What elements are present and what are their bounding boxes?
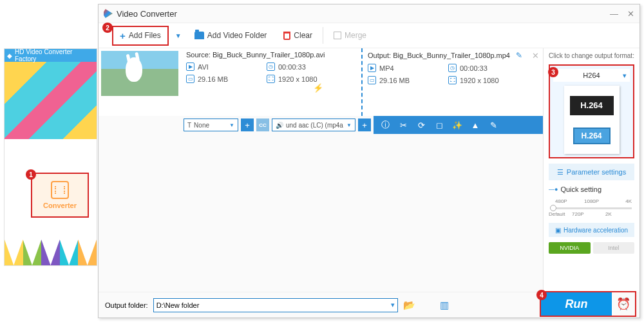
- hd-factory-title: HD Video Converter Factory: [15, 48, 94, 62]
- app-logo-icon: [104, 9, 113, 18]
- tick-720p: 720P: [572, 211, 584, 217]
- folder-icon: [194, 32, 204, 39]
- source-filename: Source: Big_Buck_Bunny_Trailer_1080p.avi: [186, 51, 356, 59]
- converter-tile[interactable]: Converter: [31, 173, 89, 218]
- crop-button[interactable]: ◻: [434, 120, 444, 130]
- video-converter-window: Video Converter — ✕ + Add Files ▼ Add Vi…: [98, 4, 640, 318]
- slider-track: [551, 207, 632, 209]
- source-format: AVI: [198, 63, 209, 71]
- output-folder-field[interactable]: D:\New folder: [153, 298, 398, 312]
- tick-4k: 4K: [625, 198, 632, 204]
- video-thumbnail[interactable]: [101, 51, 178, 96]
- remove-file-button[interactable]: ✕: [532, 51, 539, 61]
- hd-factory-strip: [5, 240, 97, 265]
- run-button[interactable]: Run: [541, 292, 612, 316]
- output-column: Output: Big_Buck_Bunny_Trailer_1080p.mp4…: [363, 48, 543, 116]
- source-size: 29.16 MB: [198, 75, 228, 83]
- source-resolution: 1920 x 1080: [278, 75, 317, 83]
- resolution-icon: ⛶: [267, 75, 275, 83]
- minimize-button[interactable]: —: [610, 9, 618, 19]
- window-title: Video Converter: [117, 9, 177, 19]
- hardware-accel-button[interactable]: Hardware acceleration: [549, 223, 634, 237]
- subtitle-select[interactable]: TNone▼: [184, 118, 238, 131]
- edit-button[interactable]: ✎: [488, 120, 498, 130]
- add-files-button[interactable]: + Add Files: [112, 26, 169, 46]
- add-folder-button[interactable]: Add Video Folder: [188, 28, 274, 43]
- tick-default: Default: [549, 211, 565, 217]
- tick-480p: 480P: [555, 198, 567, 204]
- format-header: Click to change output format:: [549, 52, 634, 59]
- toolbar-divider: [323, 27, 323, 44]
- output-duration: 00:00:33: [460, 64, 488, 72]
- add-files-label: Add Files: [129, 31, 161, 40]
- size-icon: ▭: [368, 76, 376, 84]
- output-size: 29.16 MB: [379, 77, 410, 84]
- captions-button[interactable]: CC: [256, 118, 269, 131]
- hd-factory-logo-icon: ◆: [7, 52, 12, 59]
- file-row: Source: Big_Buck_Bunny_Trailer_1080p.avi…: [99, 48, 543, 116]
- content-area: Source: Big_Buck_Bunny_Trailer_1080p.avi…: [99, 48, 543, 292]
- add-folder-label: Add Video Folder: [207, 31, 267, 40]
- format-card[interactable]: H.264 H.264: [564, 86, 620, 154]
- quality-slider[interactable]: 480P 1080P 4K Default 720P 2K: [549, 198, 634, 218]
- format-dropdown[interactable]: H264: [553, 69, 630, 82]
- merge-icon: [334, 32, 341, 39]
- format-card-light: H.264: [573, 128, 611, 144]
- gpu-row: NVIDIA Intel: [549, 242, 634, 254]
- window-titlebar: Video Converter — ✕: [99, 5, 639, 23]
- step-badge-3: 3: [548, 67, 558, 77]
- schedule-button[interactable]: ⏰: [612, 297, 635, 311]
- output-format: MP4: [379, 64, 394, 72]
- info-button[interactable]: ⓘ: [380, 119, 390, 131]
- output-resolution: 1920 x 1080: [460, 77, 499, 84]
- run-box: Run ⏰: [540, 291, 636, 317]
- step-badge-4: 4: [536, 290, 547, 300]
- tick-1080p: 1080P: [584, 198, 599, 204]
- add-audio-button[interactable]: +: [358, 118, 371, 131]
- bottom-bar: Output folder: D:\New folder 📂 ▥: [99, 292, 543, 317]
- format-selector-box[interactable]: H264 H.264 H.264: [549, 64, 634, 158]
- format-icon: ▶: [368, 64, 376, 72]
- add-subtitle-button[interactable]: +: [241, 118, 254, 131]
- add-files-dropdown[interactable]: ▼: [173, 32, 184, 39]
- merge-label: Merge: [345, 31, 366, 40]
- source-duration: 00:00:33: [278, 63, 306, 71]
- format-card-dark: H.264: [570, 96, 614, 115]
- merge-button: Merge: [327, 28, 373, 43]
- plus-icon: +: [120, 30, 126, 41]
- step-badge-1: 1: [26, 169, 36, 180]
- rotate-button[interactable]: ⟳: [416, 120, 426, 130]
- converter-tile-icon: [51, 181, 69, 199]
- trash-icon: [283, 32, 290, 40]
- effects-button[interactable]: ✨: [452, 120, 462, 130]
- clock-icon: ◷: [448, 64, 457, 72]
- format-icon: ▶: [186, 62, 194, 71]
- size-icon: ▭: [186, 75, 194, 83]
- open-output-button[interactable]: ▥: [440, 299, 449, 311]
- lightning-icon: ⚡: [313, 83, 323, 93]
- resolution-icon: ⛶: [448, 76, 457, 84]
- output-format-panel: Click to change output format: H264 H.26…: [543, 48, 639, 292]
- hd-factory-artwork: [5, 62, 97, 139]
- step-badge-2: 2: [102, 23, 113, 33]
- slider-handle[interactable]: [550, 205, 556, 211]
- browse-folder-button[interactable]: 📂: [403, 299, 415, 311]
- main-toolbar: + Add Files ▼ Add Video Folder Clear Mer…: [99, 23, 639, 48]
- trim-button[interactable]: ✂: [398, 120, 408, 130]
- parameter-settings-button[interactable]: Parameter settings: [549, 164, 634, 180]
- clock-icon: ◷: [267, 62, 275, 71]
- clear-label: Clear: [294, 31, 312, 40]
- output-folder-label: Output folder:: [105, 301, 148, 309]
- speaker-icon: 🔊: [276, 122, 283, 129]
- audio-select[interactable]: 🔊und aac (LC) (mp4a▼: [272, 118, 355, 131]
- close-button[interactable]: ✕: [627, 9, 634, 19]
- hd-factory-window: ◆ HD Video Converter Factory: [4, 48, 97, 266]
- watermark-button[interactable]: ▲: [470, 120, 480, 130]
- text-icon: T: [187, 122, 191, 129]
- converter-tile-label: Converter: [43, 202, 77, 209]
- tick-2k: 2K: [605, 211, 612, 217]
- edit-action-bar: TNone▼ + CC 🔊und aac (LC) (mp4a▼ + ⓘ ✂ ⟳…: [99, 116, 543, 134]
- clear-button[interactable]: Clear: [277, 28, 319, 43]
- edit-output-name-button[interactable]: ✎: [516, 51, 522, 60]
- nvidia-badge[interactable]: NVIDIA: [549, 242, 591, 254]
